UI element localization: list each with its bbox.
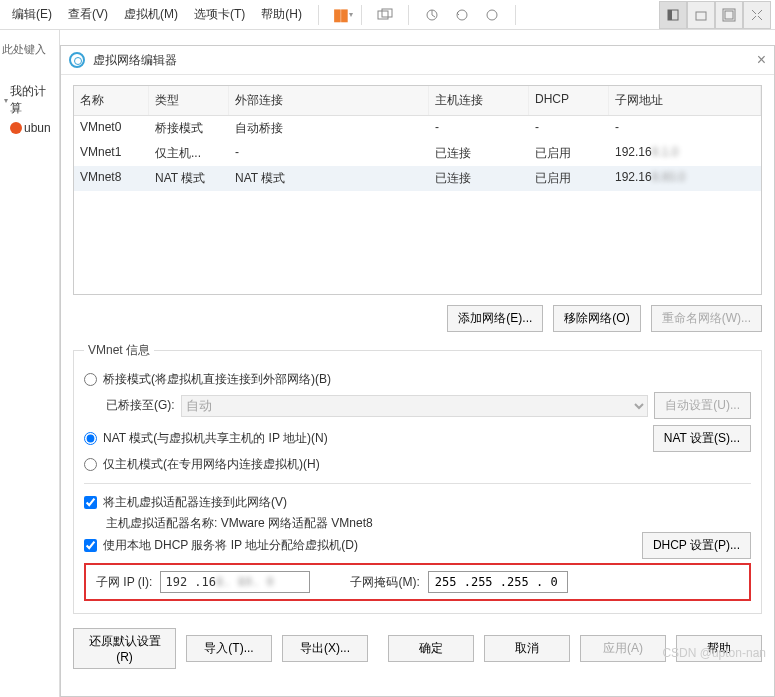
menu-view[interactable]: 查看(V)	[60, 2, 116, 27]
layout-single-icon[interactable]	[659, 1, 687, 29]
snapshot-icon[interactable]	[421, 4, 443, 26]
svg-point-4	[487, 10, 497, 20]
bridge-radio[interactable]: 桥接模式(将虚拟机直接连接到外部网络)(B)	[84, 367, 751, 392]
search-hint[interactable]: 此处键入	[0, 38, 59, 61]
cancel-button[interactable]: 取消	[484, 635, 570, 662]
col-name: 名称	[74, 86, 149, 115]
bridge-to-label: 已桥接至(G):	[106, 397, 175, 414]
snapshot-manage-icon[interactable]	[481, 4, 503, 26]
table-row[interactable]: VMnet8NAT 模式NAT 模式已连接已启用192.168.80.0	[74, 166, 761, 191]
snapshot-revert-icon[interactable]	[451, 4, 473, 26]
rename-network-button[interactable]: 重命名网络(W)...	[651, 305, 762, 332]
col-subnet: 子网地址	[609, 86, 761, 115]
subnet-ip-label: 子网 IP (I):	[96, 574, 152, 591]
left-sidebar: 此处键入 ▾我的计算 ▸ubun	[0, 30, 60, 697]
subnet-mask-label: 子网掩码(M):	[350, 574, 419, 591]
menubar: 编辑(E) 查看(V) 虚拟机(M) 选项卡(T) 帮助(H) ▮▮▾	[0, 0, 775, 30]
layout-unity-icon[interactable]	[743, 1, 771, 29]
send-keys-icon[interactable]	[374, 4, 396, 26]
dialog-title: 虚拟网络编辑器	[93, 52, 177, 69]
close-icon[interactable]: ×	[757, 51, 766, 69]
nat-radio[interactable]: NAT 模式(与虚拟机共享主机的 IP 地址)(N)	[84, 426, 328, 451]
ok-button[interactable]: 确定	[388, 635, 474, 662]
col-type: 类型	[149, 86, 229, 115]
layout-fullscreen-icon[interactable]	[715, 1, 743, 29]
vmnet-info-legend: VMnet 信息	[84, 342, 154, 359]
ubuntu-icon	[10, 122, 22, 134]
adapter-name-label: 主机虚拟适配器名称: VMware 网络适配器 VMnet8	[106, 515, 373, 532]
connect-host-check[interactable]: 将主机虚拟适配器连接到此网络(V)	[84, 490, 751, 515]
menu-help[interactable]: 帮助(H)	[253, 2, 310, 27]
col-host: 主机连接	[429, 86, 529, 115]
subnet-mask-input[interactable]	[428, 571, 568, 593]
menu-vm[interactable]: 虚拟机(M)	[116, 2, 186, 27]
menu-tabs[interactable]: 选项卡(T)	[186, 2, 253, 27]
svg-rect-7	[696, 12, 706, 20]
subnet-highlight: 子网 IP (I): 192 .168. 80. 0 子网掩码(M):	[84, 563, 751, 601]
vnet-editor-dialog: 虚拟网络编辑器 × 名称 类型 外部连接 主机连接 DHCP 子网地址 VMne…	[60, 45, 775, 697]
globe-icon	[69, 52, 85, 68]
use-dhcp-check[interactable]: 使用本地 DHCP 服务将 IP 地址分配给虚拟机(D)	[84, 533, 358, 558]
tree-my-computer[interactable]: ▾我的计算	[0, 81, 59, 119]
auto-settings-button[interactable]: 自动设置(U)...	[654, 392, 751, 419]
svg-rect-0	[378, 11, 388, 19]
dhcp-settings-button[interactable]: DHCP 设置(P)...	[642, 532, 751, 559]
pause-button[interactable]: ▮▮▾	[333, 5, 353, 24]
remove-network-button[interactable]: 移除网络(O)	[553, 305, 640, 332]
network-table[interactable]: 名称 类型 外部连接 主机连接 DHCP 子网地址 VMnet0桥接模式自动桥接…	[73, 85, 762, 295]
import-button[interactable]: 导入(T)...	[186, 635, 272, 662]
restore-defaults-button[interactable]: 还原默认设置(R)	[73, 628, 176, 669]
col-dhcp: DHCP	[529, 86, 609, 115]
nat-settings-button[interactable]: NAT 设置(S)...	[653, 425, 751, 452]
svg-rect-6	[668, 10, 672, 20]
table-row[interactable]: VMnet0桥接模式自动桥接---	[74, 116, 761, 141]
add-network-button[interactable]: 添加网络(E)...	[447, 305, 543, 332]
help-button[interactable]: 帮助	[676, 635, 762, 662]
col-ext: 外部连接	[229, 86, 429, 115]
bridge-select[interactable]: 自动	[181, 395, 649, 417]
svg-rect-1	[382, 9, 392, 17]
vmnet-info: VMnet 信息 桥接模式(将虚拟机直接连接到外部网络)(B) 已桥接至(G):…	[73, 342, 762, 614]
table-row[interactable]: VMnet1仅主机...-已连接已启用192.168.1.0	[74, 141, 761, 166]
hostonly-radio[interactable]: 仅主机模式(在专用网络内连接虚拟机)(H)	[84, 452, 751, 477]
svg-rect-8	[725, 11, 733, 19]
menu-edit[interactable]: 编辑(E)	[4, 2, 60, 27]
apply-button[interactable]: 应用(A)	[580, 635, 666, 662]
export-button[interactable]: 导出(X)...	[282, 635, 368, 662]
layout-tabs-icon[interactable]	[687, 1, 715, 29]
tree-ubuntu[interactable]: ▸ubun	[0, 119, 59, 137]
